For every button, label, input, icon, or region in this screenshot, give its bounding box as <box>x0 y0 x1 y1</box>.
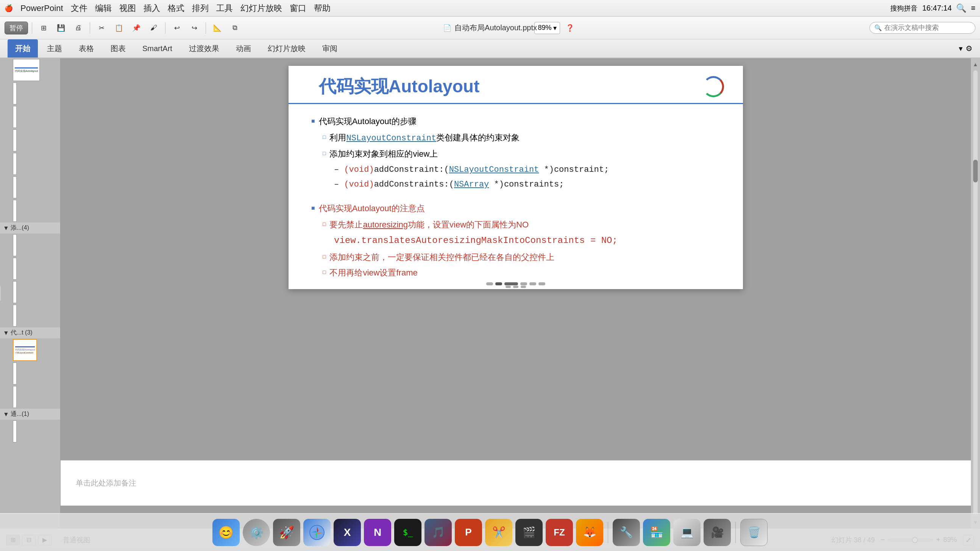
help-button[interactable]: ❓ <box>562 21 578 36</box>
dock-app2[interactable]: ✂️ <box>485 519 512 546</box>
tab-chart[interactable]: 图表 <box>103 40 133 57</box>
menu-file[interactable]: 文件 <box>71 3 88 14</box>
slide-row-40: 40 <box>0 385 60 409</box>
tab-animation[interactable]: 动画 <box>228 40 259 57</box>
slide-group-add[interactable]: ▼ 添...(4) <box>0 222 60 233</box>
search-input[interactable] <box>884 24 967 32</box>
menu-slideshow[interactable]: 幻灯片放映 <box>240 3 282 14</box>
tab-slideshow[interactable]: 幻灯片放映 <box>260 40 313 57</box>
dock-app3[interactable]: 🎬 <box>515 519 542 546</box>
dock-app1[interactable]: 🎵 <box>425 519 452 546</box>
ribbon-expand-icon[interactable]: ▾ <box>959 44 963 53</box>
dock-powerpoint[interactable]: P <box>455 519 482 546</box>
tab-review[interactable]: 审阅 <box>315 40 345 57</box>
slide-thumb-38[interactable]: 代码实现Autolayout • NSLayoutConstraint <box>13 339 37 361</box>
search-box[interactable]: 🔍 <box>869 22 975 34</box>
dock-terminal[interactable]: $_ <box>394 519 422 546</box>
zoom-dropdown-icon[interactable]: ▾ <box>553 24 557 32</box>
arrange-button[interactable]: ⧉ <box>227 21 242 36</box>
dock-xcode[interactable]: X <box>334 519 361 546</box>
panel-collapse-button[interactable]: ◀ <box>0 286 1 301</box>
tab-start[interactable]: 开始 <box>8 40 38 57</box>
tab-theme[interactable]: 主题 <box>40 40 70 57</box>
search-icon[interactable]: 🔍 <box>956 3 966 13</box>
pause-button[interactable]: 暂停 <box>5 22 28 35</box>
menu-edit[interactable]: 编辑 <box>95 3 112 14</box>
slide-thumb-36[interactable] <box>13 281 17 303</box>
menu-help[interactable]: 帮助 <box>314 3 331 14</box>
dock-app6[interactable]: 🎥 <box>703 519 731 546</box>
toolbar-separator-4 <box>205 22 206 34</box>
menu-format[interactable]: 格式 <box>168 3 185 14</box>
noframe-text: 不用再给view设置frame <box>329 266 417 279</box>
group-label-add: 添...(4) <box>11 224 29 232</box>
slide-thumb-32[interactable] <box>13 176 17 198</box>
slide-group-pass[interactable]: ▼ 通...(1) <box>0 409 60 420</box>
undo-button[interactable]: ↩ <box>169 21 185 36</box>
scroll-track[interactable] <box>973 70 978 516</box>
slide-thumb-40[interactable] <box>13 386 17 408</box>
print-button[interactable]: 🖨 <box>71 21 86 36</box>
slide-group-code[interactable]: ▼ 代...t (3) <box>0 327 60 338</box>
dock-safari[interactable] <box>303 519 331 546</box>
dock-onenote[interactable]: N <box>364 519 391 546</box>
group-arrow-code: ▼ <box>3 330 9 337</box>
grid-view-button[interactable]: ⊞ <box>36 21 51 36</box>
dock-app5[interactable]: 💻 <box>673 519 700 546</box>
cut-button[interactable]: ✂ <box>94 21 109 36</box>
dock-instruments[interactable]: 🔧 <box>612 519 640 546</box>
slide-thumb-39[interactable] <box>13 362 17 384</box>
dock-app4[interactable]: 🦊 <box>576 519 603 546</box>
slide-thumb-33[interactable] <box>13 200 17 222</box>
scroll-up-arrow[interactable]: ▲ <box>973 60 978 69</box>
bullet-nslayout: □ 利用NSLayoutConstraint类创建具体的约束对象 <box>323 131 720 145</box>
slide-thumb-28[interactable] <box>13 83 17 105</box>
copy-button[interactable]: 📋 <box>111 21 126 36</box>
save-button[interactable]: 💾 <box>53 21 68 36</box>
dock-system-preferences[interactable]: ⚙️ <box>243 519 270 546</box>
zoom-selector[interactable]: 89% ▾ <box>534 22 560 34</box>
dock-finder[interactable]: 😊 <box>212 519 240 546</box>
slide-thumb-27[interactable]: 代码实现Autolayout <box>13 59 40 81</box>
menu-insert[interactable]: 插入 <box>143 3 160 14</box>
menu-powerpoint[interactable]: PowerPoint <box>21 3 63 13</box>
slide-thumb-41[interactable] <box>13 421 17 442</box>
slide-panel[interactable]: ◀ 27 代码实现Autolayout 28 29 30 <box>0 58 60 528</box>
dock-appstore[interactable]: 🏪 <box>643 519 670 546</box>
redo-button[interactable]: ↪ <box>187 21 202 36</box>
menu-arrange[interactable]: 排列 <box>192 3 208 14</box>
menu-view[interactable]: 视图 <box>119 3 136 14</box>
dock-filezilla[interactable]: FZ <box>546 519 573 546</box>
code-addconstraint: – (void)addConstraint:(NSLayoutConstrain… <box>334 163 720 176</box>
slide-thumb-31[interactable] <box>13 153 17 175</box>
paste-button[interactable]: 📌 <box>129 21 144 36</box>
slide-thumb-37[interactable] <box>13 305 17 327</box>
steps-text: 代码实现Autolayout的步骤 <box>319 115 417 128</box>
slide-canvas[interactable]: 代码实现Autolayout ■ 代码实现Autolayout的步骤 □ 利用N… <box>288 66 743 289</box>
bullet-addconstraint-desc: □ 添加约束对象到相应的view上 <box>323 147 720 160</box>
slide-thumb-35[interactable] <box>13 258 17 279</box>
menu-window[interactable]: 窗口 <box>290 3 306 14</box>
slide-thumb-34[interactable] <box>13 234 17 256</box>
ribbon-settings-icon[interactable]: ⚙ <box>966 44 972 53</box>
tab-smartart[interactable]: SmartArt <box>135 40 180 57</box>
slide-row-41: 41 <box>0 420 60 443</box>
tab-transition[interactable]: 过渡效果 <box>181 40 227 57</box>
notes-placeholder-text[interactable]: 单击此处添加备注 <box>76 478 136 488</box>
slide-thumb-29[interactable] <box>13 106 17 128</box>
dock-trash[interactable]: 🗑️ <box>740 519 768 546</box>
apple-menu[interactable]: 🍎 <box>5 4 13 13</box>
control-center-icon[interactable]: ≡ <box>971 4 975 13</box>
scrollbar-right[interactable]: ▲ ▼ <box>971 58 980 528</box>
menu-tools[interactable]: 工具 <box>216 3 233 14</box>
dock-launchpad[interactable]: 🚀 <box>273 519 300 546</box>
format-painter-button[interactable]: 🖌 <box>146 21 161 36</box>
tab-table[interactable]: 表格 <box>71 40 102 57</box>
nav-dot-2 <box>495 282 502 285</box>
slide-thumb-30[interactable] <box>13 129 17 151</box>
slide-row-32: 32 <box>0 176 60 199</box>
scroll-thumb[interactable] <box>973 160 978 183</box>
slide-size-button[interactable]: 📐 <box>210 21 225 36</box>
notes-area[interactable]: 单击此处添加备注 <box>60 460 971 506</box>
dock: 😊 ⚙️ 🚀 X N $_ 🎵 P ✂️ 🎬 FZ 🦊 🔧 🏪 💻 <box>0 513 980 551</box>
